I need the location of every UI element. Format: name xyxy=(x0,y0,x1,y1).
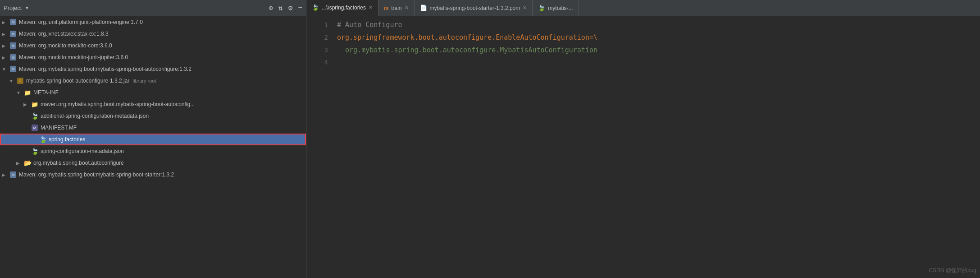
tree-item-mockito-core[interactable]: M Maven: org.mockito:mockito-core:3.6.0 xyxy=(0,40,306,51)
toolbar-icons: ⊕ ⇅ ⚙ − xyxy=(269,4,302,13)
mybatis-tab-icon: 🍃 xyxy=(538,5,545,11)
tab-bar: Project ▼ ⊕ ⇅ ⚙ − 🍃 ...\\spring.factorie… xyxy=(0,0,980,16)
gear-icon[interactable]: ⚙ xyxy=(288,4,293,13)
manifest-icon: M xyxy=(31,124,39,132)
maven-icon-mybatis-starter: M xyxy=(9,171,17,179)
pom-tab-label: mybatis-spring-boot-starter-1.3.2.pom xyxy=(430,5,520,11)
arrow-org-mybatis xyxy=(16,161,22,166)
editor-area: 1 # Auto Configure 2 org.springframework… xyxy=(306,16,980,278)
line-number-4: 4 xyxy=(310,59,328,66)
tree-item-mybatis-autoconfig[interactable]: M Maven: org.mybatis.spring.boot:mybatis… xyxy=(0,63,306,75)
editor-line-2: 2 org.springframework.boot.autoconfigure… xyxy=(306,33,980,46)
pom-tab-icon: 📄 xyxy=(420,5,427,11)
folder-meta-icon: 📁 xyxy=(23,88,32,97)
tree-item-additional-spring[interactable]: 🍃 additional-spring-configuration-metada… xyxy=(0,110,306,122)
label-jar: mybatis-spring-boot-autoconfigure-1.3.2.… xyxy=(26,78,129,84)
arrow-junit-engine xyxy=(2,20,7,25)
spring-factories-tab-icon: 🍃 xyxy=(312,4,319,11)
tree-item-manifest[interactable]: M MANIFEST.MF xyxy=(0,122,306,134)
tree-item-maven-folder[interactable]: 📁 maven.org.mybatis.spring.boot.mybatis-… xyxy=(0,98,306,110)
arrow-mockito-core xyxy=(2,43,7,48)
train-tab-icon: m xyxy=(384,5,388,12)
train-tab-close[interactable]: ✕ xyxy=(405,5,409,11)
label-jar-suffix: library root xyxy=(131,78,156,83)
main-content: M Maven: org.junit.platform:junit-platfo… xyxy=(0,16,980,278)
tab-mybatis[interactable]: 🍃 mybatis-... xyxy=(533,0,579,16)
label-spring-factories: spring.factories xyxy=(49,136,85,143)
project-dropdown-icon[interactable]: ▼ xyxy=(25,5,28,11)
line-number-1: 1 xyxy=(310,21,328,28)
line-number-2: 2 xyxy=(310,34,328,41)
project-tree: M Maven: org.junit.platform:junit-platfo… xyxy=(0,16,306,278)
tree-item-org-mybatis[interactable]: 📂 org.mybatis.spring.boot.autoconfigure xyxy=(0,157,306,169)
tree-item-spring-factories[interactable]: 🍃 spring.factories xyxy=(0,134,306,145)
folder-org-mybatis-icon: 📂 xyxy=(23,159,32,167)
maven-icon-mockito-junit: M xyxy=(9,53,17,61)
label-mockito-core: Maven: org.mockito:mockito-core:3.6.0 xyxy=(19,42,112,49)
maven-icon-stax: M xyxy=(9,30,17,38)
label-org-mybatis: org.mybatis.spring.boot.autoconfigure xyxy=(33,160,124,166)
arrow-maven-folder xyxy=(23,102,29,107)
label-mybatis-autoconfig: Maven: org.mybatis.spring.boot:mybatis-s… xyxy=(19,66,191,72)
minimize-icon[interactable]: − xyxy=(298,4,302,12)
tab-train[interactable]: m train ✕ xyxy=(378,0,414,16)
project-panel-header: Project ▼ ⊕ ⇅ ⚙ − xyxy=(0,0,306,16)
transfer-icon[interactable]: ⇅ xyxy=(278,4,283,13)
spring-factories-tab-close[interactable]: ✕ xyxy=(369,5,373,10)
line-content-2: org.springframework.boot.autoconfigure.E… xyxy=(337,33,597,42)
arrow-stax xyxy=(2,32,7,37)
arrow-jar xyxy=(9,79,14,83)
globe-icon[interactable]: ⊕ xyxy=(269,4,273,13)
editor-line-1: 1 # Auto Configure xyxy=(306,21,980,33)
label-stax: Maven: org.jvnet.staxex:stax-ex:1.8.3 xyxy=(19,31,109,37)
label-spring-config-meta: spring-configuration-metadata.json xyxy=(41,148,124,154)
label-junit-engine: Maven: org.junit.platform:junit-platform… xyxy=(19,19,143,25)
editor-line-4: 4 xyxy=(306,59,980,71)
tree-item-stax[interactable]: M Maven: org.jvnet.staxex:stax-ex:1.8.3 xyxy=(0,28,306,40)
tree-item-spring-config-meta[interactable]: 🍃 spring-configuration-metadata.json xyxy=(0,145,306,157)
editor-line-3: 3 org.mybatis.spring.boot.autoconfigure.… xyxy=(306,46,980,59)
tree-item-mybatis-starter[interactable]: M Maven: org.mybatis.spring.boot:mybatis… xyxy=(0,169,306,181)
label-mybatis-starter: Maven: org.mybatis.spring.boot:mybatis-s… xyxy=(19,171,174,178)
arrow-mybatis-autoconfig xyxy=(2,67,7,72)
tab-pom[interactable]: 📄 mybatis-spring-boot-starter-1.3.2.pom … xyxy=(415,0,533,16)
mybatis-tab-label: mybatis-... xyxy=(548,5,573,11)
arrow-mockito-junit xyxy=(2,55,7,60)
project-label: Project xyxy=(4,5,22,11)
arrow-meta-inf xyxy=(16,90,22,95)
label-maven-folder: maven.org.mybatis.spring.boot.mybatis-sp… xyxy=(41,101,195,107)
label-meta-inf: META-INF xyxy=(33,89,59,96)
label-manifest: MANIFEST.MF xyxy=(41,125,77,131)
tree-item-junit-engine[interactable]: M Maven: org.junit.platform:junit-platfo… xyxy=(0,16,306,28)
maven-icon-junit: M xyxy=(9,18,17,26)
line-content-3: org.mybatis.spring.boot.autoconfigure.My… xyxy=(337,46,597,54)
line-content-1: # Auto Configure xyxy=(337,21,402,29)
label-additional-spring: additional-spring-configuration-metadata… xyxy=(41,113,149,119)
watermark: CSDN @怪异的bug xyxy=(929,267,976,274)
train-tab-label: train xyxy=(391,5,401,11)
maven-icon-mybatis-autoconfig: M xyxy=(9,65,17,73)
jar-icon: J xyxy=(16,77,24,85)
tab-spring-factories[interactable]: 🍃 ...\\spring.factories ✕ xyxy=(306,0,378,16)
spring-factories-tab-label: ...\\spring.factories xyxy=(322,5,366,11)
folder-maven-icon: 📁 xyxy=(31,100,39,108)
label-mockito-junit: Maven: org.mockito:mockito-junit-jupiter… xyxy=(19,54,128,60)
tree-item-jar[interactable]: J mybatis-spring-boot-autoconfigure-1.3.… xyxy=(0,75,306,87)
tree-item-meta-inf[interactable]: 📁 META-INF xyxy=(0,87,306,98)
tree-item-mockito-junit[interactable]: M Maven: org.mockito:mockito-junit-jupit… xyxy=(0,51,306,63)
pom-tab-close[interactable]: ✕ xyxy=(523,5,527,11)
spring-icon-additional: 🍃 xyxy=(31,112,39,120)
arrow-mybatis-starter xyxy=(2,172,7,177)
spring-icon-factories: 🍃 xyxy=(39,135,47,144)
spring-icon-config-meta: 🍃 xyxy=(31,147,39,155)
line-number-3: 3 xyxy=(310,46,328,54)
editor-tabs: 🍃 ...\\spring.factories ✕ m train ✕ 📄 my… xyxy=(306,0,980,16)
maven-icon-mockito-core: M xyxy=(9,42,17,50)
